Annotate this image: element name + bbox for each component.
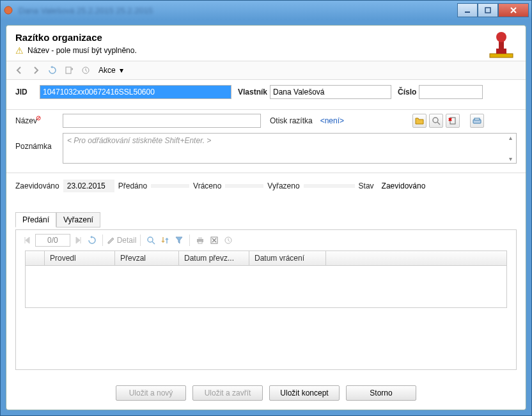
nav-next-icon[interactable] <box>29 64 42 77</box>
content-pane: Razítko organizace ⚠ Název - pole musí b… <box>6 25 526 410</box>
grid-refresh-icon[interactable] <box>86 234 98 247</box>
tab-panel: 0/0 Detail Provedl <box>15 229 517 370</box>
validation-warning: ⚠ Název - pole musí být vyplněno. <box>15 45 517 56</box>
scroll-up-icon[interactable]: ▴ <box>505 134 515 141</box>
app-icon <box>3 5 13 15</box>
nav-toolbar: Akce ▾ <box>6 61 526 80</box>
vlastnik-label: Vlastník <box>238 88 267 96</box>
stav-value: Zaevidováno <box>378 180 435 192</box>
table-header: Provedl Převzal Datum převz... Datum vrá… <box>26 251 506 266</box>
page-title: Razítko organizace <box>15 32 517 43</box>
svg-rect-12 <box>474 118 480 120</box>
warning-text: Název - pole musí být vyplněno. <box>27 46 137 55</box>
nazev-input[interactable] <box>63 114 261 128</box>
vraceno-value <box>225 184 263 188</box>
warning-icon: ⚠ <box>15 45 24 56</box>
save-close-button[interactable]: Uložit a zavřít <box>192 385 263 401</box>
header-area: Razítko organizace ⚠ Název - pole musí b… <box>6 26 526 61</box>
minimize-button[interactable] <box>457 3 478 17</box>
detail-button[interactable]: Detail <box>107 236 137 245</box>
svg-rect-7 <box>66 67 71 73</box>
col-datum-prevz[interactable]: Datum převz... <box>179 251 249 265</box>
grid-table: Provedl Převzal Datum převz... Datum vrá… <box>25 250 507 308</box>
nav-first-icon[interactable] <box>21 234 34 247</box>
poznamka-textarea[interactable]: < Pro odřádkování stiskněte Shift+Enter.… <box>63 133 517 164</box>
predano-label: Předáno <box>118 181 147 190</box>
export-icon[interactable] <box>63 64 75 77</box>
delete-attachment-icon[interactable] <box>446 114 460 128</box>
vyrazeno-label: Vyřazeno <box>267 181 299 190</box>
jid-input[interactable] <box>40 85 231 99</box>
predano-value <box>151 184 189 188</box>
poznamka-label: Poznámka <box>15 133 60 151</box>
pager-display: 0/0 <box>35 234 70 247</box>
svg-point-13 <box>148 237 153 242</box>
stav-label: Stav <box>359 181 374 190</box>
poznamka-placeholder: < Pro odřádkování stiskněte Shift+Enter.… <box>63 134 516 148</box>
nazev-label: Název⊘ <box>15 116 60 125</box>
svg-rect-2 <box>485 8 490 13</box>
excel-export-icon[interactable] <box>208 234 221 247</box>
cancel-button[interactable]: Storno <box>346 385 416 401</box>
filter-icon[interactable] <box>173 234 185 247</box>
stamp-icon <box>486 29 517 60</box>
otisk-label: Otisk razítka <box>270 116 313 125</box>
svg-rect-1 <box>465 12 470 13</box>
titlebar-text: Dana Valešová 25.2.2015 25.2.2015 <box>19 6 457 15</box>
titlebar: Dana Valešová 25.2.2015 25.2.2015 <box>1 1 531 20</box>
svg-point-9 <box>433 118 438 123</box>
required-icon: ⊘ <box>36 114 41 121</box>
tabs-header: Předání Vyřazení <box>15 212 517 227</box>
svg-rect-16 <box>198 242 202 243</box>
actions-label: Akce <box>98 66 116 75</box>
form-mid: Název⊘ Otisk razítka <není> Poznámka < P… <box>6 110 526 173</box>
close-button[interactable] <box>498 3 529 17</box>
col-prevzal[interactable]: Převzal <box>115 251 179 265</box>
tab-predani[interactable]: Předání <box>15 212 56 227</box>
cislo-input[interactable] <box>419 85 483 99</box>
svg-point-0 <box>4 6 12 14</box>
status-row: Zaevidováno 23.02.2015 Předáno Vráceno V… <box>6 173 526 199</box>
svg-point-6 <box>496 32 506 42</box>
vyrazeno-value <box>304 184 355 188</box>
col-datum-vraceni[interactable]: Datum vrácení <box>249 251 326 265</box>
row-selector-col[interactable] <box>26 251 45 265</box>
cislo-label: Číslo <box>398 88 416 96</box>
refresh-icon[interactable] <box>46 64 59 77</box>
nav-last-icon[interactable] <box>72 234 84 247</box>
footer-buttons: Uložit a nový Uložit a zavřít Uložit kon… <box>6 376 526 410</box>
chevron-down-icon: ▾ <box>120 66 123 75</box>
otisk-value[interactable]: <není> <box>320 116 410 125</box>
nav-prev-icon[interactable] <box>13 64 26 77</box>
textarea-scrollbar[interactable]: ▴▾ <box>505 134 515 162</box>
svg-rect-15 <box>198 237 202 239</box>
folder-open-icon[interactable] <box>412 114 426 128</box>
history-icon[interactable] <box>79 64 92 77</box>
app-window: Dana Valešová 25.2.2015 25.2.2015 Razítk… <box>0 0 532 416</box>
tab-vyrazeni[interactable]: Vyřazení <box>56 212 100 227</box>
scroll-down-icon[interactable]: ▾ <box>505 155 515 162</box>
search-icon[interactable] <box>429 114 443 128</box>
clock-icon[interactable] <box>222 234 235 247</box>
zaevidovano-label: Zaevidováno <box>15 181 59 190</box>
maximize-button[interactable] <box>478 3 498 17</box>
vlastnik-input[interactable] <box>270 85 391 99</box>
save-draft-button[interactable]: Uložit koncept <box>269 385 340 401</box>
col-provedl[interactable]: Provedl <box>45 251 115 265</box>
jid-label: JID <box>15 88 37 96</box>
detail-label: Detail <box>117 236 137 245</box>
print-icon[interactable] <box>194 234 207 247</box>
svg-rect-4 <box>496 49 506 54</box>
vraceno-label: Vráceno <box>193 181 221 190</box>
grid-toolbar: 0/0 Detail <box>16 230 516 250</box>
grid-search-icon[interactable] <box>145 234 157 247</box>
window-buttons <box>457 3 529 17</box>
actions-menu[interactable]: Akce ▾ <box>96 66 126 75</box>
scanner-icon[interactable] <box>470 114 484 128</box>
svg-rect-3 <box>490 54 513 58</box>
pencil-icon <box>107 236 116 245</box>
sort-icon[interactable] <box>159 234 171 247</box>
zaevidovano-value: 23.02.2015 <box>63 180 114 192</box>
form-top: JID Vlastník Číslo <box>6 80 526 110</box>
save-new-button[interactable]: Uložit a nový <box>116 385 186 401</box>
